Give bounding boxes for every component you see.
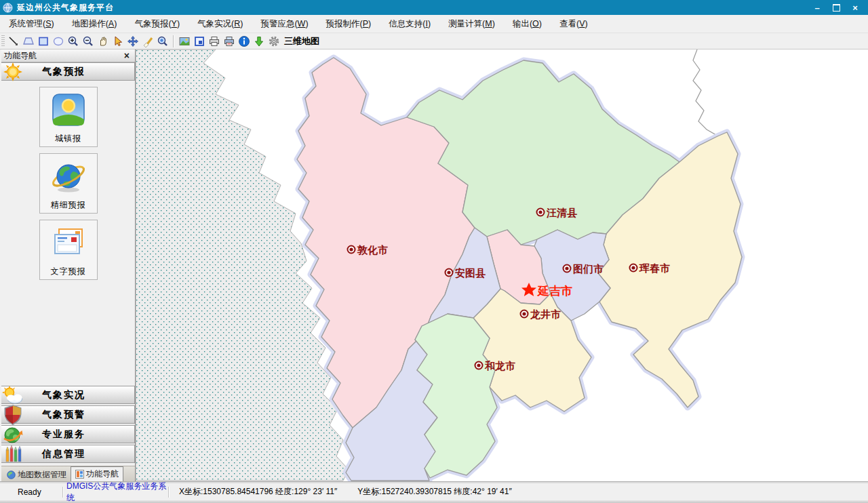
- map-label-wangqing: 汪清县: [546, 207, 577, 218]
- status-system-name: DMGIS公共气象服务业务系统: [64, 483, 168, 500]
- section-professional-service[interactable]: 专业服务: [1, 425, 135, 443]
- text-forecast-label: 文字预报: [51, 266, 86, 277]
- toolbar-grip: [1, 35, 5, 47]
- section-weather-forecast[interactable]: 气象预报: [1, 62, 135, 81]
- map-window-icon[interactable]: [192, 34, 207, 49]
- menu-item-2[interactable]: 气象预报(Y): [125, 16, 189, 33]
- app-window: 延边州公共气象服务平台 – × 系统管理(S)地图操作(A)气象预报(Y)气象实…: [0, 0, 868, 503]
- pencils-icon: [1, 445, 24, 464]
- section-info-management[interactable]: 信息管理: [1, 445, 135, 463]
- status-ready: Ready: [0, 483, 62, 500]
- status-coordinates: X坐标:1530785.84541796 经度:129° 23′ 11″ Y坐标…: [170, 483, 512, 500]
- titlebar: 延边州公共气象服务平台 – ×: [0, 0, 868, 15]
- menu-item-0[interactable]: 系统管理(S): [0, 16, 63, 33]
- city-marker: [446, 269, 453, 277]
- fine-forecast-label: 精细预报: [51, 199, 86, 211]
- nav-window-icon: [75, 470, 84, 479]
- clear-brush-icon[interactable]: [140, 34, 155, 49]
- tab-label: 功能导航: [86, 468, 119, 480]
- sidebar-panel: 功能导航 × 气象预报 城镇报: [0, 49, 136, 481]
- river-line: [693, 49, 727, 135]
- map-label-tumen: 图们市: [573, 263, 604, 275]
- sidebar-body: 城镇报 精细预报 文字预报: [1, 81, 135, 386]
- settings-gear-icon[interactable]: [267, 34, 281, 49]
- sun-cloud-icon: [1, 386, 24, 405]
- menu-item-6[interactable]: 信息支持(I): [380, 16, 439, 33]
- line-tool-icon[interactable]: [6, 34, 21, 49]
- window-title: 延边州公共气象服务平台: [17, 2, 114, 14]
- map-label-antu: 安图县: [455, 267, 486, 279]
- map-globe-icon: [7, 470, 16, 479]
- zoom-extent-icon[interactable]: [155, 34, 170, 49]
- city-marker: [348, 246, 355, 254]
- city-marker: [475, 362, 483, 369]
- minimize-button[interactable]: –: [811, 2, 823, 13]
- section-label: 气象预报: [42, 66, 85, 78]
- sidebar-tabbar: 地图数据管理 功能导航: [1, 466, 135, 481]
- status-y-coordinate: Y坐标:1527240.39307815 纬度:42° 19′ 41″: [357, 486, 511, 498]
- fine-forecast-icon: [51, 159, 86, 197]
- print-icon[interactable]: [207, 34, 222, 49]
- town-forecast-label: 城镇报: [55, 133, 81, 144]
- city-marker: [537, 209, 545, 216]
- map-label-dunhua: 敦化市: [357, 244, 388, 256]
- menubar: 系统管理(S)地图操作(A)气象预报(Y)气象实况(R)预警应急(W)预报制作(…: [0, 15, 868, 33]
- map-label-hunchun: 珲春市: [639, 262, 670, 274]
- text-forecast-button[interactable]: 文字预报: [39, 220, 98, 280]
- globe-arrow-icon: [1, 425, 24, 444]
- town-forecast-icon: [51, 92, 86, 130]
- toolbar: 三维地图: [0, 33, 868, 49]
- image-export-icon[interactable]: [177, 34, 192, 49]
- menu-item-5[interactable]: 预报制作(P): [317, 16, 380, 33]
- maximize-icon: [833, 4, 840, 12]
- rectangle-tool-icon[interactable]: [36, 34, 51, 49]
- section-weather-live[interactable]: 气象实况: [1, 386, 135, 404]
- menu-item-4[interactable]: 预警应急(W): [252, 16, 317, 33]
- tab-function-navigation[interactable]: 功能导航: [71, 466, 123, 481]
- print-preview-icon[interactable]: [222, 34, 237, 49]
- download-arrow-icon[interactable]: [252, 34, 267, 49]
- pan-hand-icon[interactable]: [96, 34, 111, 49]
- ellipse-tool-icon[interactable]: [51, 34, 66, 49]
- fine-forecast-button[interactable]: 精细预报: [39, 153, 98, 214]
- map3d-button[interactable]: 三维地图: [284, 35, 319, 47]
- menu-item-7[interactable]: 测量计算(M): [439, 16, 504, 33]
- text-forecast-icon: [51, 225, 86, 263]
- section-weather-warning[interactable]: 气象预警: [1, 405, 135, 424]
- collapsed-sections: 气象实况 气象预警 专业服务: [1, 386, 135, 463]
- tab-label: 地图数据管理: [18, 469, 66, 481]
- info-icon[interactable]: [237, 34, 252, 49]
- status-x-coordinate: X坐标:1530785.84541796 经度:129° 23′ 11″: [179, 486, 337, 498]
- app-globe-icon: [3, 2, 14, 13]
- zoom-out-icon[interactable]: [81, 34, 96, 49]
- map-label-helong: 和龙市: [484, 360, 515, 371]
- sidebar-close-icon[interactable]: ×: [121, 50, 132, 61]
- town-forecast-button[interactable]: 城镇报: [39, 87, 98, 147]
- map-label-longjing: 龙井市: [530, 308, 561, 320]
- close-button[interactable]: ×: [849, 2, 861, 13]
- shield-icon: [1, 405, 24, 425]
- section-label: 气象预警: [42, 409, 85, 421]
- map-canvas[interactable]: 汪清县 敦化市 安图县 图们市 珲春市 延吉市 龙井市 和龙市: [136, 49, 868, 481]
- city-marker: [521, 310, 528, 318]
- city-marker: [564, 265, 571, 273]
- sidebar-caption: 功能导航 ×: [1, 49, 135, 62]
- menu-item-1[interactable]: 地图操作(A): [63, 16, 126, 33]
- statusbar: Ready DMGIS公共气象服务业务系统 X坐标:1530785.845417…: [0, 482, 868, 500]
- section-label: 气象实况: [42, 389, 85, 401]
- menu-item-9[interactable]: 查看(V): [551, 16, 597, 33]
- section-label: 信息管理: [42, 448, 85, 460]
- city-marker: [630, 264, 637, 272]
- map-label-yanji: 延吉市: [536, 285, 572, 298]
- select-arrow-icon[interactable]: [111, 34, 125, 49]
- zoom-in-icon[interactable]: [66, 34, 81, 49]
- move-icon[interactable]: [125, 34, 140, 49]
- tab-map-data-management[interactable]: 地图数据管理: [3, 468, 71, 481]
- menu-item-3[interactable]: 气象实况(R): [189, 16, 252, 33]
- maximize-button[interactable]: [830, 2, 842, 13]
- polygon-tool-icon[interactable]: [21, 34, 36, 49]
- menu-item-8[interactable]: 输出(O): [504, 16, 551, 33]
- sun-icon: [1, 62, 24, 82]
- toolbar-separator: [173, 35, 174, 47]
- section-label: 专业服务: [42, 428, 85, 441]
